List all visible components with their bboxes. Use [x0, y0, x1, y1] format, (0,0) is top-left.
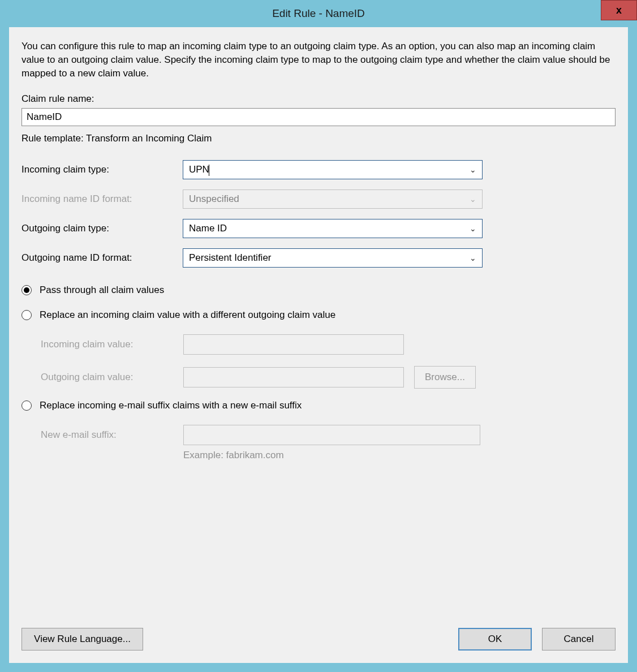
window-title: Edit Rule - NameID: [272, 7, 365, 20]
example-text: Example: fabrikam.com: [183, 450, 616, 461]
close-icon: x: [616, 5, 622, 16]
incoming-claim-value-label: Incoming claim value:: [41, 339, 183, 350]
new-email-suffix-label: New e-mail suffix:: [41, 429, 183, 441]
claim-value-radio-group: Pass through all claim values Replace an…: [21, 285, 616, 461]
edit-rule-dialog: Edit Rule - NameID x You can configure t…: [0, 0, 637, 672]
rule-template-text: Rule template: Transform an Incoming Cla…: [21, 133, 616, 144]
close-button[interactable]: x: [601, 0, 637, 20]
incoming-claim-type-label: Incoming claim type:: [21, 164, 183, 175]
replace-suffix-radio[interactable]: [21, 400, 32, 411]
titlebar: Edit Rule - NameID x: [0, 0, 637, 27]
ok-button[interactable]: OK: [458, 628, 532, 651]
outgoing-name-id-format-value: Persistent Identifier: [189, 252, 470, 264]
claim-rule-name-label: Claim rule name:: [21, 93, 616, 105]
outgoing-name-id-format-label: Outgoing name ID format:: [21, 252, 183, 264]
incoming-claim-type-combo[interactable]: UPN ⌄: [183, 160, 483, 179]
new-email-suffix-input: [183, 425, 480, 445]
claim-rule-name-input[interactable]: [21, 108, 616, 126]
replace-value-label[interactable]: Replace an incoming claim value with a d…: [40, 309, 335, 321]
browse-button: Browse...: [414, 366, 476, 389]
outgoing-claim-type-combo[interactable]: Name ID ⌄: [183, 219, 483, 238]
outgoing-name-id-format-combo[interactable]: Persistent Identifier ⌄: [183, 248, 483, 268]
incoming-name-id-format-label: Incoming name ID format:: [21, 193, 183, 205]
chevron-down-icon: ⌄: [470, 165, 476, 174]
outgoing-claim-value-input: [183, 367, 404, 387]
chevron-down-icon: ⌄: [470, 224, 476, 233]
replace-value-radio[interactable]: [21, 310, 32, 320]
view-rule-language-button[interactable]: View Rule Language...: [21, 628, 143, 651]
incoming-name-id-format-combo: Unspecified ⌄: [183, 189, 483, 209]
pass-through-label[interactable]: Pass through all claim values: [40, 285, 164, 296]
pass-through-radio[interactable]: [21, 285, 32, 295]
replace-suffix-label[interactable]: Replace incoming e-mail suffix claims wi…: [40, 400, 302, 411]
incoming-name-id-format-value: Unspecified: [189, 193, 470, 205]
dialog-content: You can configure this rule to map an in…: [9, 27, 628, 663]
incoming-claim-value-input: [183, 334, 404, 355]
outgoing-claim-type-value: Name ID: [189, 223, 470, 234]
cancel-button[interactable]: Cancel: [542, 628, 616, 651]
chevron-down-icon: ⌄: [470, 195, 476, 204]
incoming-claim-type-value: UPN: [189, 164, 470, 176]
button-bar: View Rule Language... OK Cancel: [21, 628, 616, 651]
outgoing-claim-type-label: Outgoing claim type:: [21, 223, 183, 234]
description-text: You can configure this rule to map an in…: [21, 40, 616, 80]
chevron-down-icon: ⌄: [470, 253, 476, 262]
outgoing-claim-value-label: Outgoing claim value:: [41, 372, 183, 383]
